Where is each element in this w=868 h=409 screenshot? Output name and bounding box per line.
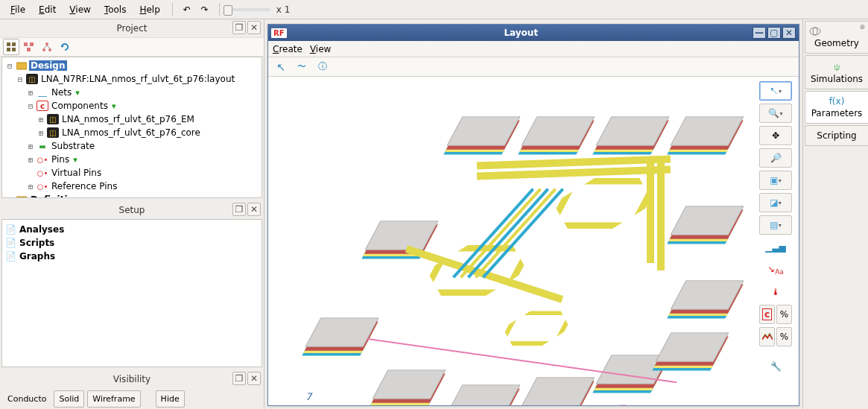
tab-geometry[interactable]: ⊗ Geometry xyxy=(805,21,868,54)
speed-slider[interactable] xyxy=(226,8,270,11)
proj-view-tree-button[interactable] xyxy=(21,39,37,55)
svg-rect-1 xyxy=(12,42,16,46)
vt-cube2-button[interactable]: ◪ ▾ xyxy=(759,193,792,212)
vt-fit-button[interactable]: ✥ xyxy=(759,126,792,145)
vis-solid-button[interactable]: Solid xyxy=(54,390,84,408)
tab-parameters-label: Parameters xyxy=(811,108,863,118)
visibility-restore-button[interactable]: ❐ xyxy=(232,372,246,385)
tree-substrate[interactable]: ⊞ ▬ Substrate xyxy=(5,139,259,153)
tree-nets-label: Nets xyxy=(50,87,73,98)
tree-comp-em[interactable]: ⊞ ◫ LNA_nmos_rf_ulvt_6t_p76_EM xyxy=(5,112,259,126)
hier-icon xyxy=(42,42,52,52)
vt-select-button[interactable]: ⭦ ▾ xyxy=(759,81,792,101)
vis-conductors-button[interactable]: Conducto xyxy=(3,391,51,407)
tree-comp-core[interactable]: ⊞ ◫ LNA_nmos_rf_ulvt_6t_p76_core xyxy=(5,126,259,139)
tab-scripting-label: Scripting xyxy=(817,130,856,141)
vt-pct-button[interactable]: % xyxy=(776,305,792,324)
vt-wave-button[interactable] xyxy=(759,327,775,346)
menu-help[interactable]: Help xyxy=(133,2,165,17)
vt-cube-button[interactable]: ▣ ▾ xyxy=(759,171,792,190)
layout-titlebar[interactable]: RF Layout — ▢ ✕ xyxy=(268,25,799,41)
setup-analyses-label: Analyses xyxy=(19,224,64,235)
setup-restore-button[interactable]: ❐ xyxy=(232,203,246,216)
visibility-close-button[interactable]: ✕ xyxy=(247,372,261,385)
zoomin-icon: 🔎 xyxy=(770,153,782,163)
scripts-icon: 📄 xyxy=(5,238,16,248)
menu-file[interactable]: File xyxy=(4,2,31,17)
vt-measure-button[interactable]: ↘Aa xyxy=(759,260,792,279)
vt-bars-button[interactable]: ▁▃▅ xyxy=(759,238,792,257)
setup-panel-label: Setup xyxy=(119,205,145,215)
menu-edit[interactable]: Edit xyxy=(33,2,62,17)
undo-button[interactable]: ↶ xyxy=(179,1,195,18)
layout-vtoolbar: ⭦ ▾ 🔍 ▾ ✥ 🔎 ▣ ▾ ◪ ▾ ▤ ▾ ▁▃▅ ↘Aa 🌡 c % xyxy=(757,81,794,376)
layout-menu-create[interactable]: Create xyxy=(273,44,302,54)
pin-icon: ○• xyxy=(37,181,48,191)
vt-thermo-button[interactable]: 🌡 xyxy=(759,282,792,302)
svg-point-9 xyxy=(48,48,51,51)
tab-scripting[interactable]: Scripting xyxy=(805,125,868,146)
tree-lna[interactable]: ⊟ ◫ LNA_N7RF:LNA_nmos_rf_ulvt_6t_p76:lay… xyxy=(5,72,259,86)
cube-icon: ◪ xyxy=(770,197,778,208)
layout-max-button[interactable]: ▢ xyxy=(767,27,781,39)
vt-c-button[interactable]: c xyxy=(759,305,775,324)
svg-point-7 xyxy=(45,42,48,45)
menu-tools[interactable]: Tools xyxy=(98,2,133,17)
vt-layers-button[interactable]: ▤ ▾ xyxy=(759,215,792,235)
menu-view[interactable]: View xyxy=(63,2,96,17)
svg-rect-2 xyxy=(7,48,10,51)
layout-close-button[interactable]: ✕ xyxy=(782,27,796,39)
expand-icon: ⊞ xyxy=(26,156,35,164)
tab-simulations[interactable]: ⍦ Simulations xyxy=(805,55,868,89)
components-icon: c xyxy=(37,101,48,111)
proj-view-hier-button[interactable] xyxy=(39,39,55,55)
project-close-button[interactable]: ✕ xyxy=(247,21,261,34)
vis-hide-button[interactable]: Hide xyxy=(156,390,185,408)
tree-vpins[interactable]: ○• Virtual Pins xyxy=(5,166,259,180)
restore-icon: ❐ xyxy=(235,204,244,215)
layout-menubar: Create View xyxy=(268,41,799,57)
svg-point-8 xyxy=(42,48,45,51)
tree-comp-em-label: LNA_nmos_rf_ulvt_6t_p76_EM xyxy=(60,114,196,124)
tree-definitions[interactable]: ⊟ Definitions xyxy=(5,193,259,198)
tree-components[interactable]: ⊟ c Components ▾ xyxy=(5,99,259,112)
proj-view-icons-button[interactable] xyxy=(3,39,19,55)
tree-pins[interactable]: ⊞ ○• Pins ▾ xyxy=(5,153,259,166)
substrate-icon: ▬ xyxy=(37,141,48,151)
redo-button[interactable]: ↷ xyxy=(197,1,213,18)
tab-parameters[interactable]: f(x) Parameters xyxy=(805,91,868,124)
cube-icon: ▣ xyxy=(770,175,778,186)
proj-refresh-button[interactable] xyxy=(57,39,73,55)
tree-design-label: Design xyxy=(29,60,67,71)
layout-min-button[interactable]: — xyxy=(753,27,766,39)
vt-zoom-button[interactable]: 🔍 ▾ xyxy=(759,104,792,123)
project-restore-button[interactable]: ❐ xyxy=(232,21,246,34)
vis-wireframe-button[interactable]: Wireframe xyxy=(87,390,140,408)
setup-list[interactable]: 📄 Analyses 📄 Scripts 📄 Graphs xyxy=(1,219,262,367)
vt-zoomin-button[interactable]: 🔎 xyxy=(759,148,792,168)
tree-nets[interactable]: ⊞ ⎯⎯ Nets ▾ xyxy=(5,86,259,99)
tree-design[interactable]: ⊟ Design xyxy=(5,59,259,72)
layout-menu-view[interactable]: View xyxy=(310,44,331,54)
tree-rpins[interactable]: ⊞ ○• Reference Pins xyxy=(5,180,259,193)
layout-info-button[interactable]: ⓘ xyxy=(314,59,331,75)
layout-cursor-button[interactable]: ↖ xyxy=(273,59,289,75)
svg-rect-6 xyxy=(27,48,31,51)
setup-close-button[interactable]: ✕ xyxy=(247,203,261,216)
layout-canvas[interactable]: ⭦ ▾ 🔍 ▾ ✥ 🔎 ▣ ▾ ◪ ▾ ▤ ▾ ▁▃▅ ↘Aa 🌡 c % xyxy=(268,77,799,405)
simulations-icon: ⍦ xyxy=(808,60,865,72)
project-tree[interactable]: ⊟ Design ⊟ ◫ LNA_N7RF:LNA_nmos_rf_ulvt_6… xyxy=(1,57,262,198)
cursor-icon: ↖ xyxy=(276,61,285,73)
fit-icon: ✥ xyxy=(772,130,779,141)
analyses-icon: 📄 xyxy=(5,224,16,235)
vt-pct2-button[interactable]: % xyxy=(776,327,792,346)
vt-wrench-button[interactable]: 🔧 xyxy=(759,357,792,376)
tree-comp-core-label: LNA_nmos_rf_ulvt_6t_p76_core xyxy=(60,127,202,138)
layout-curve-button[interactable]: 〜 xyxy=(294,59,310,75)
tree-icon xyxy=(24,42,34,52)
close-icon: ✕ xyxy=(785,28,793,38)
setup-analyses[interactable]: 📄 Analyses xyxy=(5,223,259,236)
setup-scripts[interactable]: 📄 Scripts xyxy=(5,236,259,250)
tab-close-icon[interactable]: ⊗ xyxy=(859,23,865,31)
setup-graphs[interactable]: 📄 Graphs xyxy=(5,250,259,263)
